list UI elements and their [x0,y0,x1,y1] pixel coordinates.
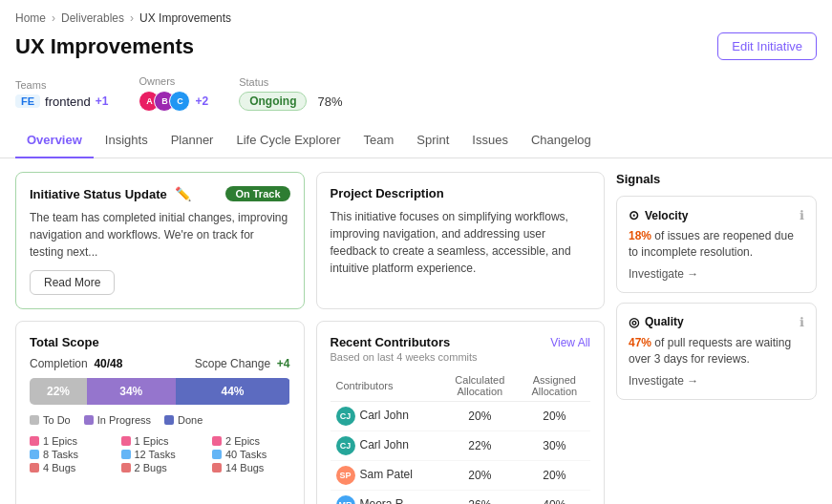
col-calc-allocation: CalculatedAllocation [441,370,519,402]
contributor-name: CJCarl John [331,431,441,461]
signal-body: 47% of pull requests are waiting over 3 … [629,335,804,368]
signal-icon: ⊙ [629,208,639,222]
owners-plus[interactable]: +2 [195,94,208,108]
signals-title: Signals [616,172,817,186]
bar-legend: To Do In Progress Done [30,414,290,426]
bar-inprogress: 34% [87,378,176,405]
total-scope-card: Total Scope Completion 40/48 Scope Chang… [15,321,305,504]
initiative-status-card: Initiative Status Update ✏️ On Track The… [15,172,305,309]
initiative-status-title: Initiative Status Update [30,187,167,201]
todo-epics: 1 Epics [30,435,108,447]
owners-avatars: A B C [139,91,190,112]
page-header: UX Improvements Edit Initiative [0,29,832,72]
tab-changelog[interactable]: Changelog [520,123,603,158]
tab-team[interactable]: Team [352,123,406,158]
teams-meta: Teams FE frontend +1 [15,79,108,109]
tab-insights[interactable]: Insights [94,123,160,158]
bug-icon-done [212,463,222,472]
scope-title: Total Scope [30,335,290,349]
top-cards-row: Initiative Status Update ✏️ On Track The… [15,172,605,309]
table-row: MRMeera R. 26% 40% [331,491,591,505]
breadcrumb-deliverables[interactable]: Deliverables [61,11,124,25]
signal-header: ◎ Quality ℹ [629,315,804,329]
assigned-allocation: 30% [519,431,590,461]
calc-allocation: 20% [441,461,519,491]
legend-inprogress: In Progress [84,414,151,426]
assigned-allocation: 20% [519,461,590,491]
bar-done: 44% [176,378,290,405]
legend-done: Done [164,414,203,426]
view-all-link[interactable]: View All [550,336,590,349]
team-plus[interactable]: +1 [96,94,109,108]
signal-name: ◎ Quality [629,315,684,329]
breadcrumb-sep-2: › [130,11,134,25]
tab-planner[interactable]: Planner [160,123,225,158]
bar-todo: 22% [30,378,87,405]
inprogress-bugs: 2 Bugs [121,462,200,473]
signal-card-velocity: ⊙ Velocity ℹ 18% of issues are reopened … [616,196,817,293]
status-label: Status [239,76,342,88]
contributor-name: CJCarl John [331,402,441,431]
signal-highlight: 18% [629,229,651,242]
teams-label: Teams [15,79,108,91]
info-icon[interactable]: ℹ [800,208,804,222]
team-name[interactable]: frontend [45,94,91,109]
project-desc-header: Project Description [331,186,591,200]
investigate-link[interactable]: Investigate → [629,267,804,281]
task-icon-inprogress [121,450,131,459]
scope-completion-value: 40/48 [94,357,122,370]
tabs-bar: Overview Insights Planner Life Cycle Exp… [0,123,832,158]
scope-change-row: Scope Change +4 [195,357,290,370]
avatar-3[interactable]: C [169,91,190,112]
contributor-avatar: CJ [336,436,355,455]
status-badge: Ongoing [239,92,307,111]
initiative-status-header: Initiative Status Update ✏️ On Track [30,186,290,201]
tab-overview[interactable]: Overview [15,123,94,158]
stats-row: 1 Epics 8 Tasks 4 Bugs [30,435,290,475]
scope-completion-row: Completion 40/48 Scope Change +4 [30,357,290,370]
legend-todo-label: To Do [43,414,71,426]
legend-dot-todo [30,415,39,425]
inprogress-tasks: 12 Tasks [121,449,200,460]
contributor-avatar: SP [336,466,355,485]
calc-allocation: 22% [441,431,519,461]
signal-icon: ◎ [629,315,639,329]
table-row: SPSam Patel 20% 20% [331,461,591,491]
owners-label: Owners [139,75,208,87]
owners-meta: Owners A B C +2 [139,75,208,112]
tab-sprint[interactable]: Sprint [405,123,460,158]
teams-value: FE frontend +1 [15,94,108,109]
epic-icon-todo [30,436,39,446]
project-description-card: Project Description This initiative focu… [316,172,606,309]
edit-status-icon[interactable]: ✏️ [175,186,191,201]
scope-completion-label: Completion 40/48 [30,357,122,370]
breadcrumb-sep-1: › [52,11,55,25]
inprogress-epics: 1 Epics [121,435,200,447]
breadcrumb: Home › Deliverables › UX Improvements [0,0,832,29]
todo-bugs: 4 Bugs [30,462,108,473]
legend-dot-inprogress [84,415,94,425]
investigate-link[interactable]: Investigate → [629,374,804,388]
contributors-table: Contributors CalculatedAllocation Assign… [331,370,591,504]
task-icon-todo [30,450,39,459]
page-title: UX Improvements [15,34,194,59]
info-icon[interactable]: ℹ [800,315,804,329]
status-value: Ongoing 78% [239,92,342,111]
project-desc-body: This initiative focuses on simplifying w… [331,208,591,277]
stats-done: 2 Epics 40 Tasks 14 Bugs [212,435,290,475]
tab-issues[interactable]: Issues [460,123,520,158]
col-assigned-allocation: AssignedAllocation [519,370,590,402]
tab-lifecycle-explorer[interactable]: Life Cycle Explorer [224,123,352,158]
left-column: Initiative Status Update ✏️ On Track The… [15,172,605,504]
breadcrumb-home[interactable]: Home [15,11,46,25]
bug-icon-inprogress [121,463,131,472]
read-more-button[interactable]: Read More [30,270,115,295]
owners-value: A B C +2 [139,91,208,112]
edit-initiative-button[interactable]: Edit Initiative [717,32,817,60]
meta-row: Teams FE frontend +1 Owners A B C +2 Sta… [0,72,832,123]
legend-done-label: Done [178,414,203,426]
done-epics: 2 Epics [212,435,290,447]
bottom-cards-row: Total Scope Completion 40/48 Scope Chang… [15,321,605,504]
contributor-avatar: MR [336,495,355,504]
epic-icon-done [212,436,222,446]
